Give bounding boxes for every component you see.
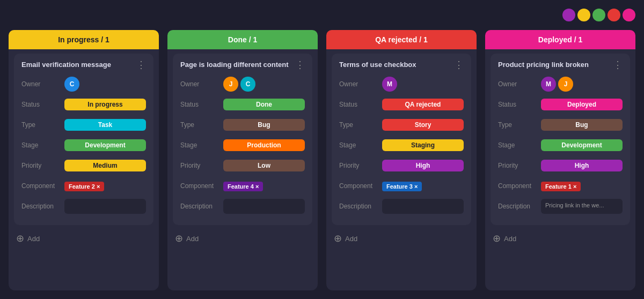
field-value: Done [223, 99, 305, 110]
color-dot[interactable] [623, 9, 635, 21]
field-row-owner: OwnerC [21, 76, 146, 92]
type-badge[interactable]: Task [64, 119, 146, 131]
type-badge[interactable]: Bug [223, 119, 305, 131]
field-value: Pricing link in the we... [541, 199, 623, 214]
field-label: Description [498, 203, 541, 210]
status-badge[interactable]: Done [223, 99, 305, 110]
field-value [382, 199, 464, 214]
field-row-status: StatusIn progress [21, 96, 146, 113]
component-tag[interactable]: Feature 3 × [382, 182, 422, 191]
component-tag[interactable]: Feature 4 × [223, 182, 263, 191]
field-row-stage: StageDevelopment [21, 137, 146, 153]
field-value: JC [223, 77, 305, 92]
field-value [223, 199, 305, 214]
field-value: Task [64, 119, 146, 131]
field-row-priority: PriorityHigh [339, 158, 464, 174]
add-row[interactable]: ⊕Add [9, 229, 159, 243]
field-value: Staging [382, 139, 464, 151]
field-row-owner: OwnerJC [180, 76, 305, 92]
card-title-row: Email verification message⋮ [21, 60, 146, 70]
description-box[interactable] [64, 199, 146, 214]
card-title: Page is loading different content [180, 60, 291, 70]
field-label: Priority [498, 162, 541, 169]
card-menu-icon[interactable]: ⋮ [291, 60, 305, 70]
type-badge[interactable]: Story [382, 119, 464, 131]
column-qa-rejected: QA rejected / 1Terms of use checkbox⋮Own… [326, 30, 477, 290]
card-menu-icon[interactable]: ⋮ [609, 60, 623, 70]
add-row[interactable]: ⊕Add [326, 229, 477, 243]
type-badge[interactable]: Bug [541, 119, 623, 131]
field-value: Development [541, 139, 623, 151]
component-tag[interactable]: Feature 1 × [541, 182, 581, 191]
add-label: Add [504, 235, 516, 243]
field-label: Type [339, 121, 382, 129]
description-box[interactable]: Pricing link in the we... [541, 199, 623, 214]
avatar: J [223, 77, 238, 92]
priority-badge[interactable]: High [382, 160, 464, 171]
field-label: Owner [339, 80, 382, 88]
color-dot[interactable] [577, 9, 590, 21]
description-box[interactable] [382, 199, 464, 214]
stage-badge[interactable]: Staging [382, 139, 464, 151]
status-badge[interactable]: In progress [64, 99, 146, 110]
add-row[interactable]: ⊕Add [485, 229, 635, 243]
avatars: C [64, 77, 146, 92]
card-done: Page is loading different content⋮OwnerJ… [173, 54, 312, 225]
field-row-type: TypeBug [498, 117, 623, 133]
field-label: Component [21, 182, 64, 190]
field-row-owner: OwnerMJ [498, 76, 623, 92]
add-label: Add [186, 235, 199, 243]
field-label: Type [21, 121, 64, 129]
field-value: QA rejected [382, 99, 464, 110]
card-menu-icon[interactable]: ⋮ [132, 60, 146, 70]
field-label: Description [339, 203, 382, 210]
field-row-stage: StageStaging [339, 137, 464, 153]
field-value: C [64, 77, 146, 92]
field-row-component: ComponentFeature 4 × [180, 178, 305, 194]
stage-badge[interactable]: Development [541, 139, 623, 151]
field-row-type: TypeBug [180, 117, 305, 133]
avatar: C [240, 77, 255, 92]
field-label: Component [339, 182, 382, 190]
avatars: M [382, 77, 464, 92]
card-title: Product pricing link broken [498, 60, 609, 70]
field-value: Medium [64, 160, 146, 171]
color-dot[interactable] [562, 9, 575, 21]
card-menu-icon[interactable]: ⋮ [450, 60, 464, 70]
column-deployed: Deployed / 1Product pricing link broken⋮… [485, 30, 635, 290]
field-label: Priority [21, 162, 64, 169]
card-deployed: Product pricing link broken⋮OwnerMJStatu… [491, 54, 630, 225]
field-value: Production [223, 139, 305, 151]
color-dot[interactable] [608, 9, 620, 21]
field-label: Status [180, 101, 223, 108]
field-row-owner: OwnerM [339, 76, 464, 92]
field-label: Status [339, 101, 382, 108]
stage-badge[interactable]: Production [223, 139, 305, 151]
field-value [64, 199, 146, 214]
field-label: Component [498, 182, 541, 190]
priority-badge[interactable]: Medium [64, 160, 146, 171]
card-title: Terms of use checkbox [339, 60, 450, 70]
field-row-type: TypeStory [339, 117, 464, 133]
priority-badge[interactable]: High [541, 160, 623, 171]
field-label: Type [180, 121, 223, 129]
field-value: In progress [64, 99, 146, 110]
field-label: Description [21, 203, 64, 210]
field-label: Status [498, 101, 541, 108]
card-title-row: Terms of use checkbox⋮ [339, 60, 464, 70]
field-row-priority: PriorityHigh [498, 158, 623, 174]
status-badge[interactable]: QA rejected [382, 99, 464, 110]
field-row-priority: PriorityLow [180, 158, 305, 174]
avatars: MJ [541, 77, 623, 92]
stage-badge[interactable]: Development [64, 139, 146, 151]
add-icon: ⊕ [493, 234, 501, 243]
description-box[interactable] [223, 199, 305, 214]
color-dot[interactable] [592, 9, 605, 21]
add-row[interactable]: ⊕Add [167, 229, 318, 243]
component-tag[interactable]: Feature 2 × [64, 182, 104, 191]
priority-badge[interactable]: Low [223, 160, 305, 171]
status-badge[interactable]: Deployed [541, 99, 623, 110]
field-label: Stage [180, 141, 223, 149]
card-title-row: Product pricing link broken⋮ [498, 60, 623, 70]
field-row-component: ComponentFeature 2 × [21, 178, 146, 194]
